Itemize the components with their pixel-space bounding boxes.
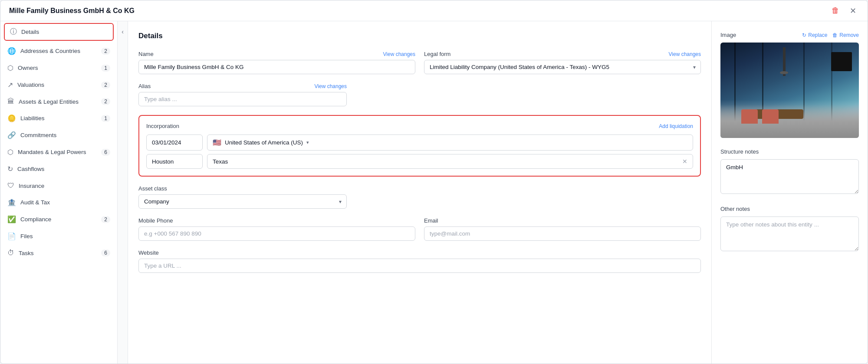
incorp-country-value: United States of America (US) (225, 139, 303, 146)
sidebar-item-tasks[interactable]: ⏱ Tasks 6 (0, 245, 117, 261)
sidebar-item-audit-tax[interactable]: 🏦 Audit & Tax (0, 194, 117, 211)
details-panel: Details Name View changes Legal form Vie (128, 21, 711, 364)
name-label-row: Name View changes (138, 51, 415, 57)
sidebar-item-details[interactable]: ⓘ Details (4, 23, 114, 41)
name-group: Name View changes (138, 51, 415, 74)
incorp-state-field[interactable]: Texas ✕ (207, 154, 693, 169)
sidebar-badge: 1 (101, 115, 110, 122)
structure-notes-section: Structure notes (720, 148, 859, 195)
sidebar-item-label: Addresses & Countries (20, 48, 97, 54)
replace-image-button[interactable]: ↻ Replace (802, 32, 827, 38)
email-input[interactable] (424, 226, 701, 241)
alias-view-changes-link[interactable]: View changes (315, 83, 347, 89)
country-dropdown-icon: ▾ (306, 140, 309, 145)
sidebar-item-files[interactable]: 📄 Files (0, 228, 117, 245)
app-window: Mille Family Business GmbH & Co KG 🗑 ✕ ⓘ… (0, 0, 868, 364)
state-clear-icon[interactable]: ✕ (682, 158, 687, 165)
sidebar-badge: 6 (101, 149, 110, 156)
incorp-state-value: Texas (213, 158, 228, 165)
insurance-icon: 🛡 (7, 182, 14, 190)
sidebar-item-insurance[interactable]: 🛡 Insurance (0, 177, 117, 194)
alias-label-row: Alias View changes (138, 83, 347, 89)
name-label: Name (138, 51, 154, 57)
alias-row: Alias View changes (138, 83, 701, 106)
globe-icon: 🌐 (7, 47, 16, 55)
remove-image-button[interactable]: 🗑 Remove (832, 32, 859, 38)
sidebar-item-label: Files (20, 233, 110, 239)
email-label-row: Email (424, 217, 701, 224)
delete-button[interactable]: 🗑 (829, 5, 842, 17)
legalform-select-wrapper: Limited Liability Company (United States… (424, 60, 701, 74)
structure-notes-header: Structure notes (720, 148, 859, 155)
add-liquidation-link[interactable]: Add liquidation (659, 123, 693, 129)
sidebar-item-mandates[interactable]: ⬡ Mandates & Legal Powers 6 (0, 144, 117, 161)
collapse-sidebar-button[interactable]: ‹ (118, 21, 128, 364)
image-section: Image ↻ Replace 🗑 Remove (720, 32, 859, 138)
title-bar-actions: 🗑 ✕ (829, 5, 859, 17)
compliance-icon: ✅ (7, 215, 16, 223)
sidebar-item-addresses-countries[interactable]: 🌐 Addresses & Countries 2 (0, 43, 117, 59)
sidebar-item-commitments[interactable]: 🔗 Commitments (0, 127, 117, 144)
sidebar-item-label: Tasks (19, 250, 97, 256)
sidebar-badge: 1 (101, 65, 110, 72)
sidebar-badge: 2 (101, 82, 110, 89)
sidebar-item-owners[interactable]: ⬡ Owners 1 (0, 59, 117, 76)
website-label-row: Website (138, 249, 701, 256)
structure-notes-textarea[interactable] (720, 159, 859, 194)
incorp-date-field[interactable]: 03/01/2024 (146, 134, 203, 151)
sidebar-item-compliance[interactable]: ✅ Compliance 2 (0, 211, 117, 228)
close-button[interactable]: ✕ (847, 5, 859, 17)
incorp-city-value: Houston (152, 158, 174, 165)
asset-class-group: Asset class Company (138, 185, 347, 209)
sidebar-badge: 2 (101, 98, 110, 105)
phone-group: Mobile Phone (138, 217, 415, 241)
website-row: Website (138, 249, 701, 273)
sidebar: ⓘ Details 🌐 Addresses & Countries 2 ⬡ Ow… (0, 21, 118, 364)
phone-input[interactable] (138, 226, 415, 241)
window-title: Mille Family Business GmbH & Co KG (9, 7, 135, 15)
legalform-view-changes-link[interactable]: View changes (669, 51, 701, 57)
mandates-icon: ⬡ (7, 148, 13, 156)
alias-input[interactable] (138, 92, 347, 106)
sidebar-item-liabilities[interactable]: 🪙 Liabilities 1 (0, 110, 117, 127)
other-notes-header: Other notes (720, 206, 859, 212)
asset-class-select-wrapper: Company (138, 194, 347, 209)
sidebar-item-label: Commitments (20, 132, 110, 138)
phone-label-row: Mobile Phone (138, 217, 415, 224)
content-area: ‹ Details Name View changes (118, 21, 868, 364)
legalform-group: Legal form View changes Limited Liabilit… (424, 51, 701, 74)
sidebar-item-valuations[interactable]: ↗ Valuations 2 (0, 76, 117, 93)
incorp-country-field[interactable]: 🇺🇸 United States of America (US) ▾ (207, 134, 693, 151)
structure-notes-label: Structure notes (720, 148, 759, 155)
name-view-changes-link[interactable]: View changes (383, 51, 416, 57)
entity-image (720, 43, 859, 138)
name-legalform-row: Name View changes Legal form View change… (138, 51, 701, 74)
sidebar-badge: 2 (101, 48, 110, 55)
legalform-select[interactable]: Limited Liability Company (United States… (424, 60, 701, 74)
alias-group: Alias View changes (138, 83, 347, 106)
replace-label: Replace (808, 32, 827, 38)
main-layout: ⓘ Details 🌐 Addresses & Countries 2 ⬡ Ow… (0, 21, 868, 364)
asset-class-select[interactable]: Company (138, 194, 347, 209)
asset-class-label: Asset class (138, 185, 167, 192)
website-input[interactable] (138, 259, 701, 273)
alias-label: Alias (138, 83, 151, 89)
sidebar-item-assets-legal[interactable]: 🏛 Assets & Legal Entities 2 (0, 93, 117, 110)
incorporation-box: Incorporation Add liquidation 03/01/2024… (138, 115, 701, 177)
legalform-label-row: Legal form View changes (424, 51, 701, 57)
incorp-row-bottom: Houston Texas ✕ (146, 154, 693, 169)
other-notes-textarea[interactable] (720, 216, 859, 251)
sidebar-item-cashflows[interactable]: ↻ Cashflows (0, 161, 117, 177)
audit-icon: 🏦 (7, 198, 16, 207)
sidebar-item-label: Valuations (17, 82, 97, 88)
remove-icon: 🗑 (832, 32, 838, 38)
website-label: Website (138, 249, 159, 256)
country-flag-icon: 🇺🇸 (213, 138, 221, 147)
files-icon: 📄 (7, 232, 16, 240)
replace-icon: ↻ (802, 32, 806, 38)
name-input[interactable] (138, 60, 415, 74)
incorp-city-field[interactable]: Houston (146, 154, 203, 169)
sidebar-item-label: Insurance (19, 183, 110, 189)
remove-label: Remove (839, 32, 859, 38)
incorporation-header: Incorporation Add liquidation (146, 123, 693, 129)
